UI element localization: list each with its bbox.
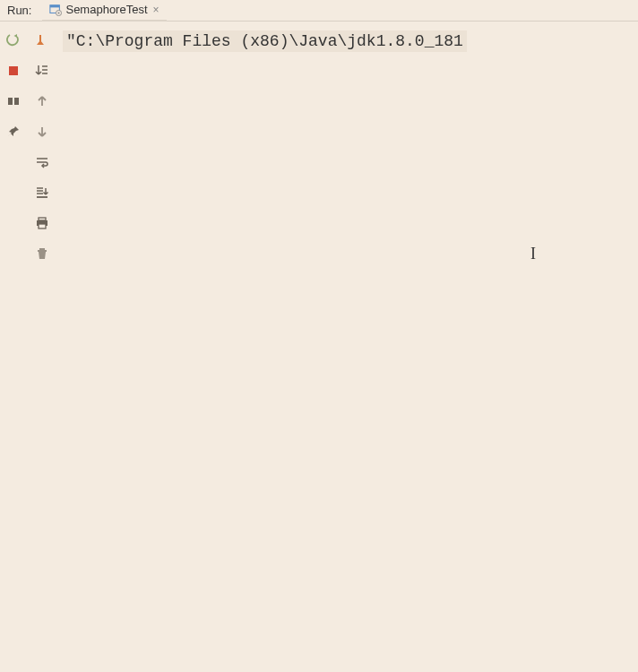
rerun-button[interactable]	[4, 30, 23, 50]
run-tab[interactable]: SemaphoreTest ×	[42, 0, 166, 22]
run-header: Run: SemaphoreTest ×	[0, 0, 638, 22]
scroll-to-end-button[interactable]	[32, 183, 52, 202]
track-button[interactable]	[32, 61, 52, 81]
down-arrow-button[interactable]	[32, 122, 52, 142]
run-label: Run:	[0, 4, 39, 17]
svg-rect-20	[38, 250, 47, 252]
main-area: "C:\Program Files (x86)\Java\jdk1.8.0_18…	[0, 22, 638, 672]
console-output[interactable]: "C:\Program Files (x86)\Java\jdk1.8.0_18…	[57, 22, 638, 672]
svg-rect-16	[39, 218, 46, 220]
stop-button[interactable]	[4, 61, 23, 81]
toolbar-left-1	[0, 22, 27, 672]
text-cursor-icon: I	[530, 245, 536, 263]
layout-button[interactable]	[4, 91, 23, 111]
soft-wrap-button[interactable]	[32, 152, 52, 172]
close-icon[interactable]: ×	[153, 4, 160, 16]
svg-rect-18	[39, 224, 46, 228]
svg-rect-7	[39, 35, 41, 41]
application-icon	[49, 4, 62, 16]
up-arrow-button[interactable]	[32, 91, 52, 111]
svg-rect-1	[50, 4, 60, 7]
exit-button[interactable]	[32, 30, 52, 50]
print-button[interactable]	[32, 213, 52, 233]
toolbar-left-2	[27, 22, 57, 672]
svg-rect-5	[8, 98, 13, 105]
svg-point-3	[58, 12, 60, 13]
svg-rect-19	[39, 248, 45, 250]
trash-button[interactable]	[32, 244, 52, 263]
pin-button[interactable]	[4, 122, 23, 142]
svg-rect-4	[9, 66, 18, 75]
console-line: "C:\Program Files (x86)\Java\jdk1.8.0_18…	[63, 30, 467, 52]
svg-rect-6	[14, 98, 19, 105]
tab-label: SemaphoreTest	[65, 3, 147, 16]
